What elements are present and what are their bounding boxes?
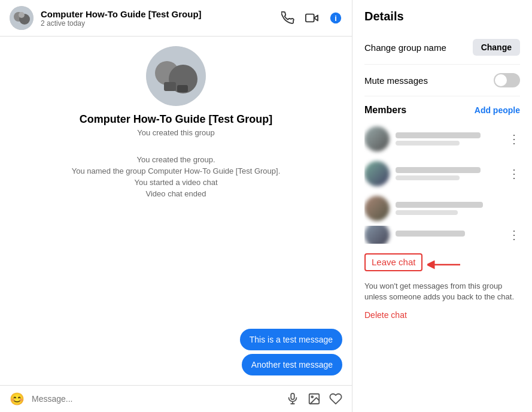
change-group-name-row: Change group name Change	[364, 31, 520, 65]
system-msg-2: You named the group Computer How-To Guid…	[72, 166, 281, 175]
leave-chat-desc: You won't get messages from this group u…	[364, 281, 520, 302]
svg-point-18	[311, 396, 313, 398]
change-button[interactable]: Change	[473, 39, 520, 56]
chat-body: Computer How-To Guide [Test Group] You c…	[0, 37, 352, 385]
member-more-icon-4[interactable]: ⋮	[508, 228, 520, 242]
message-bubble-2: Another test message	[242, 354, 342, 375]
group-name-large: Computer How-To Guide [Test Group]	[80, 113, 272, 126]
mute-messages-row: Mute messages	[364, 65, 520, 96]
chat-subtitle: 2 active today	[41, 19, 281, 28]
voice-call-icon[interactable]	[281, 11, 294, 25]
message-input[interactable]	[32, 394, 279, 404]
group-created-text: You created this group	[137, 128, 215, 137]
member-avatar-3	[364, 196, 390, 221]
member-sub-blur-2	[396, 175, 460, 180]
chat-header: Computer How-To Guide [Test Group] 2 act…	[0, 0, 352, 37]
svg-rect-5	[306, 14, 314, 22]
emoji-button[interactable]: 😊	[10, 392, 25, 406]
member-more-icon-1[interactable]: ⋮	[508, 132, 520, 146]
member-info-1	[396, 132, 502, 146]
chat-footer: 😊	[0, 385, 352, 412]
mute-messages-label: Mute messages	[364, 75, 428, 86]
svg-text:i: i	[335, 14, 337, 23]
members-header: Members Add people	[364, 105, 520, 116]
change-group-name-label: Change group name	[364, 43, 446, 53]
details-section: Change group name Change Mute messages	[352, 31, 532, 96]
member-item: ⋮	[364, 122, 520, 156]
info-icon[interactable]: i	[329, 11, 342, 25]
member-info-4	[396, 231, 502, 239]
system-msg-3: You started a video chat	[134, 178, 217, 187]
footer-actions	[286, 392, 342, 405]
members-list: ⋮ ⋮	[364, 122, 520, 244]
system-msg-1: You created the group.	[136, 155, 215, 164]
member-info-2	[396, 167, 502, 180]
leave-chat-box[interactable]: Leave chat	[364, 253, 422, 271]
members-section: Members Add people ⋮ ⋮	[352, 96, 532, 244]
member-more-icon-2[interactable]: ⋮	[508, 166, 520, 181]
member-item: ⋮	[364, 226, 520, 244]
mute-toggle[interactable]	[494, 73, 520, 87]
member-name-blur-3	[396, 202, 483, 208]
member-name-blur-4	[396, 231, 465, 237]
members-title: Members	[364, 105, 406, 116]
member-item	[364, 191, 520, 226]
leave-chat-label: Leave chat	[372, 257, 415, 267]
details-title: Details	[352, 0, 532, 31]
system-msg-4: Video chat ended	[146, 189, 206, 198]
svg-rect-13	[177, 85, 188, 92]
group-avatar-small	[10, 6, 34, 30]
video-call-icon[interactable]	[305, 11, 318, 25]
chat-title: Computer How-To Guide [Test Group]	[41, 9, 281, 19]
chat-header-actions: i	[281, 11, 342, 25]
svg-point-3	[19, 12, 25, 18]
delete-chat-link[interactable]: Delete chat	[364, 310, 407, 320]
chat-panel: Computer How-To Guide [Test Group] 2 act…	[0, 0, 352, 412]
member-name-blur-2	[396, 167, 481, 173]
image-icon[interactable]	[308, 392, 321, 405]
member-name-blur-1	[396, 132, 481, 138]
leave-chat-section: Leave chat You won't get messages from t…	[352, 244, 532, 325]
leave-chat-arrow-icon	[427, 259, 463, 271]
member-item: ⋮	[364, 156, 520, 191]
member-avatar-1	[364, 126, 390, 152]
details-panel: Details Change group name Change Mute me…	[352, 0, 532, 412]
member-sub-blur-1	[396, 141, 460, 146]
member-avatar-4	[364, 226, 390, 244]
svg-marker-4	[314, 15, 318, 20]
member-avatar-2	[364, 161, 390, 186]
group-avatar-large	[146, 46, 206, 106]
member-sub-blur-3	[396, 210, 458, 215]
microphone-icon[interactable]	[286, 392, 299, 405]
svg-rect-14	[291, 393, 294, 399]
heart-icon[interactable]	[329, 392, 342, 405]
add-people-link[interactable]: Add people	[475, 105, 520, 115]
messages-container: This is a test message Another test mess…	[10, 210, 342, 375]
svg-rect-12	[164, 82, 176, 91]
message-bubble-1: This is a test message	[240, 329, 342, 350]
chat-header-info: Computer How-To Guide [Test Group] 2 act…	[41, 9, 281, 28]
leave-chat-row: Leave chat	[364, 253, 520, 276]
system-messages: You created the group. You named the gro…	[10, 155, 342, 198]
member-info-3	[396, 202, 520, 215]
